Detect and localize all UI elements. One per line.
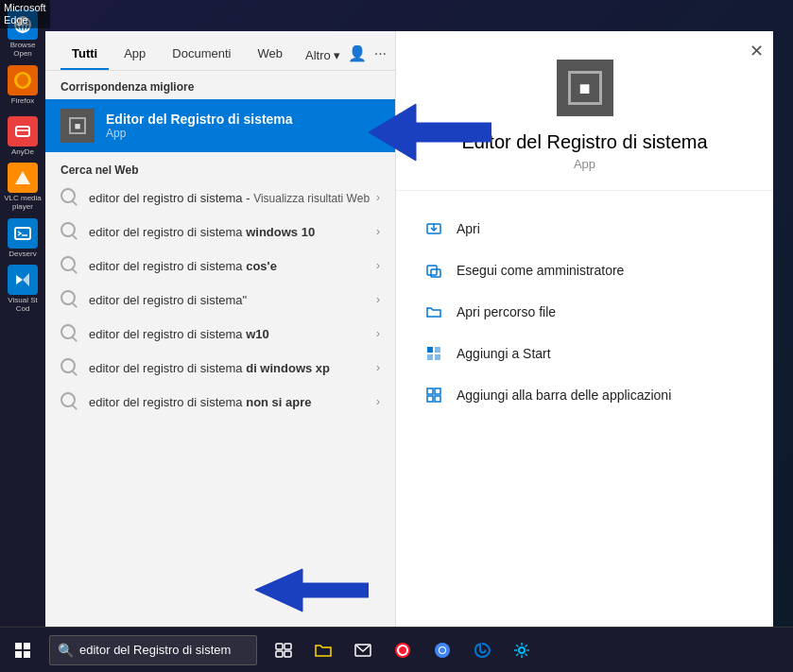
- settings-icon[interactable]: [503, 628, 541, 673]
- best-match-app-icon: ■: [60, 109, 95, 143]
- sidebar-app-firefox[interactable]: Firefox: [2, 60, 43, 110]
- tab-web[interactable]: Web: [246, 39, 294, 70]
- svg-rect-25: [24, 643, 30, 649]
- folder-icon: [424, 302, 443, 321]
- big-arrow-annotation: [369, 99, 491, 169]
- web-section-title: Cerca nel Web: [45, 154, 395, 181]
- svg-rect-31: [284, 651, 291, 657]
- search-panel: Tutti App Documenti Web Altro ▾ 👤 ··· Co…: [45, 31, 395, 627]
- web-item-4[interactable]: editor del registro di sistema w10 ›: [45, 317, 395, 351]
- sidebar-app-anydesk[interactable]: AnyDe: [2, 112, 43, 161]
- tab-altro[interactable]: Altro ▾: [298, 41, 348, 70]
- svg-marker-7: [15, 171, 30, 184]
- action-label-pin-taskbar: Aggiungi alla barra delle applicazioni: [457, 388, 671, 403]
- sidebar-app-label-anydesk: AnyDe: [11, 148, 34, 157]
- search-icon-6: [60, 392, 79, 411]
- pin-start-icon: [424, 344, 443, 363]
- admin-icon: [424, 261, 443, 280]
- web-item-6[interactable]: editor del registro di sistema non si ap…: [45, 385, 395, 419]
- taskbar-search-icon: 🔍: [58, 643, 74, 658]
- svg-rect-14: [427, 347, 433, 353]
- svg-rect-12: [427, 266, 437, 275]
- action-label-open: Apri: [457, 221, 480, 236]
- web-item-text-2: editor del registro di sistema cos'e: [89, 259, 376, 273]
- edge-icon[interactable]: [463, 628, 501, 673]
- search-icon-3: [60, 290, 79, 309]
- web-item-3[interactable]: editor del registro di sistema" ›: [45, 283, 395, 317]
- action-pin-start[interactable]: Aggiungi a Start: [424, 335, 745, 372]
- svg-rect-15: [435, 347, 440, 353]
- svg-rect-19: [435, 388, 440, 394]
- web-item-text-3: editor del registro di sistema": [89, 293, 376, 307]
- web-arrow-6: ›: [376, 395, 380, 408]
- search-tabs: Tutti App Documenti Web Altro ▾ 👤 ···: [45, 31, 395, 71]
- action-admin[interactable]: Esegui come amministratore: [424, 251, 745, 289]
- tab-tutti[interactable]: Tutti: [60, 39, 109, 70]
- web-item-text-5: editor del registro di sistema di window…: [89, 361, 376, 375]
- mail-icon[interactable]: [344, 628, 382, 673]
- close-icon[interactable]: ✕: [750, 41, 764, 61]
- best-match-title: Corrispondenza migliore: [45, 71, 395, 99]
- person-icon[interactable]: 👤: [348, 44, 367, 62]
- taskbar-search-input[interactable]: [79, 643, 231, 657]
- svg-rect-18: [427, 388, 433, 394]
- taskbar-icons: [265, 628, 541, 673]
- svg-rect-13: [431, 269, 440, 277]
- web-item-0[interactable]: editor del registro di sistema - Visuali…: [45, 181, 395, 215]
- sidebar-app-label-vlc: VLC media player: [2, 195, 43, 212]
- tab-app[interactable]: App: [112, 39, 157, 70]
- svg-rect-26: [15, 651, 22, 658]
- best-match-text: Editor del Registro di sistema App: [106, 112, 380, 140]
- bottom-arrow-annotation: [255, 564, 369, 620]
- svg-rect-16: [427, 354, 433, 360]
- web-item-text-6: editor del registro di sistema non si ap…: [89, 395, 376, 409]
- sidebar-app-label-browser: Browse Open: [2, 42, 43, 59]
- search-icon-2: [60, 256, 79, 275]
- best-match-name: Editor del Registro di sistema: [106, 112, 380, 127]
- chrome-icon[interactable]: [423, 628, 461, 673]
- sidebar-app-devserver[interactable]: Devserv: [2, 214, 43, 263]
- firefox-icon: [8, 65, 38, 95]
- more-icon[interactable]: ···: [374, 45, 387, 62]
- action-open[interactable]: Apri: [424, 210, 745, 248]
- opera-icon[interactable]: [384, 628, 422, 673]
- search-icon-0: [60, 188, 79, 207]
- task-view-icon[interactable]: [265, 628, 302, 673]
- vscode-icon: [8, 265, 38, 295]
- tab-documenti[interactable]: Documenti: [161, 39, 242, 70]
- web-item-text-1: editor del registro di sistema windows 1…: [89, 225, 376, 239]
- action-pin-taskbar[interactable]: Aggiungi alla barra delle applicazioni: [424, 376, 745, 414]
- web-item-5[interactable]: editor del registro di sistema di window…: [45, 351, 395, 385]
- web-arrow-0: ›: [376, 191, 380, 204]
- svg-rect-27: [24, 651, 30, 658]
- search-icon-5: [60, 358, 79, 377]
- svg-marker-22: [369, 104, 491, 161]
- edge-line1: Microsoft: [4, 2, 46, 13]
- svg-rect-5: [16, 127, 29, 136]
- sidebar-app-vlc[interactable]: VLC media player: [2, 163, 43, 212]
- action-label-admin: Esegui come amministratore: [457, 263, 624, 278]
- taskbar: 🔍: [0, 627, 793, 672]
- sidebar-app-vscode[interactable]: Visual St Cod: [2, 265, 43, 314]
- action-open-path[interactable]: Apri percorso file: [424, 293, 745, 331]
- right-panel-subtitle: App: [574, 157, 595, 171]
- taskbar-search-bar[interactable]: 🔍: [49, 635, 257, 665]
- sidebar: Browse Open Firefox AnyDe VLC media play…: [0, 0, 45, 627]
- best-match-item[interactable]: ■ Editor del Registro di sistema App: [45, 99, 395, 152]
- web-item-1[interactable]: editor del registro di sistema windows 1…: [45, 215, 395, 249]
- sidebar-app-label-devserver: Devserv: [9, 250, 36, 259]
- best-match-type: App: [106, 127, 380, 140]
- svg-rect-29: [284, 644, 291, 649]
- svg-rect-20: [427, 396, 433, 402]
- edge-line2: Edge: [4, 14, 28, 26]
- search-icon-4: [60, 324, 79, 343]
- web-item-text-4: editor del registro di sistema w10: [89, 327, 376, 341]
- sidebar-app-label-vscode: Visual St Cod: [2, 297, 43, 314]
- file-explorer-icon[interactable]: [304, 628, 342, 673]
- pin-taskbar-icon: [424, 386, 443, 405]
- web-arrow-2: ›: [376, 259, 380, 272]
- web-item-2[interactable]: editor del registro di sistema cos'e ›: [45, 249, 395, 283]
- web-arrow-4: ›: [376, 327, 380, 340]
- start-button[interactable]: [0, 628, 45, 673]
- svg-rect-21: [435, 396, 440, 402]
